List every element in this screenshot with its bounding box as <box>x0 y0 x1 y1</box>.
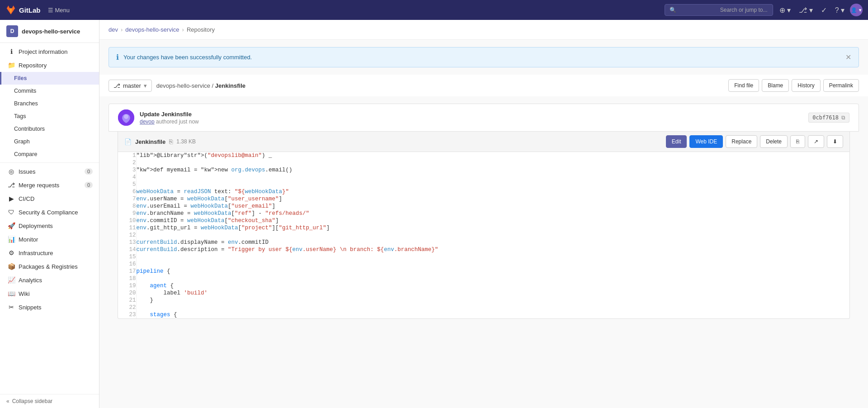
sidebar-item-files[interactable]: Files <box>0 72 99 85</box>
line-number[interactable]: 7 <box>118 195 136 203</box>
sidebar-item-monitor[interactable]: 📊 Monitor <box>0 232 99 246</box>
history-button[interactable]: History <box>792 79 820 92</box>
line-code: env.userEmail = webHookData["user_email"… <box>136 203 849 210</box>
sidebar-item-cicd[interactable]: ▶ CI/CD <box>0 192 99 205</box>
line-number[interactable]: 16 <box>118 261 136 268</box>
copy-file-button[interactable]: ⎘ <box>169 138 173 145</box>
table-row: 18 <box>118 275 849 282</box>
blame-button[interactable]: Blame <box>762 79 789 92</box>
commit-avatar <box>118 109 134 126</box>
line-number[interactable]: 13 <box>118 239 136 246</box>
line-number[interactable]: 5 <box>118 181 136 188</box>
create-button[interactable]: ⊕ ▾ <box>777 4 793 16</box>
sidebar-item-snippets[interactable]: ✂ Snippets <box>0 300 99 314</box>
alert-close-button[interactable]: ✕ <box>845 53 851 62</box>
copy-raw-button[interactable]: ⎘ <box>790 135 805 148</box>
sidebar-item-commits[interactable]: Commits <box>0 85 99 97</box>
line-number[interactable]: 9 <box>118 210 136 217</box>
sidebar-item-deployments[interactable]: 🚀 Deployments <box>0 219 99 232</box>
monitor-icon: 📊 <box>8 236 15 243</box>
snippets-icon: ✂ <box>8 304 15 311</box>
sidebar-item-repository[interactable]: 📁 Repository <box>0 58 99 72</box>
sidebar-section-main: ℹ Project information 📁 Repository Files… <box>0 43 99 316</box>
breadcrumb-project[interactable]: devops-hello-service <box>125 26 179 33</box>
todo-icon[interactable]: ✓ <box>818 4 830 16</box>
merge-request-icon[interactable]: ⎇ ▾ <box>796 4 815 16</box>
line-number[interactable]: 19 <box>118 282 136 289</box>
alert-icon: ℹ <box>116 53 119 62</box>
line-number[interactable]: 12 <box>118 232 136 239</box>
line-number[interactable]: 17 <box>118 268 136 275</box>
table-row: 22 <box>118 304 849 311</box>
table-row: 10env.commitID = webHookData["checkout_s… <box>118 217 849 224</box>
line-number[interactable]: 20 <box>118 289 136 297</box>
search-bar[interactable]: 🔍 Search or jump to... <box>665 4 773 16</box>
line-number[interactable]: 15 <box>118 253 136 261</box>
open-raw-button[interactable]: ↗ <box>808 135 824 148</box>
sidebar-item-security-compliance[interactable]: 🛡 Security & Compliance <box>0 205 99 219</box>
web-ide-button[interactable]: Web IDE <box>689 135 723 148</box>
table-row: 2 <box>118 159 849 166</box>
project-header[interactable]: D devops-hello-service <box>0 20 99 43</box>
menu-button[interactable]: ☰ Menu <box>44 5 74 15</box>
sidebar-item-packages-registries[interactable]: 📦 Packages & Registries <box>0 260 99 273</box>
line-number[interactable]: 6 <box>118 188 136 195</box>
sidebar-item-analytics[interactable]: 📈 Analytics <box>0 273 99 287</box>
table-row: 11env.git_http_url = webHookData["projec… <box>118 224 849 232</box>
table-row: 21 } <box>118 297 849 304</box>
edit-button[interactable]: Edit <box>666 135 687 148</box>
line-number[interactable]: 11 <box>118 224 136 232</box>
line-number[interactable]: 8 <box>118 203 136 210</box>
line-code: env.git_http_url = webHookData["project"… <box>136 224 849 232</box>
sidebar-divider-1 <box>0 162 99 163</box>
line-number[interactable]: 18 <box>118 275 136 282</box>
gitlab-logo[interactable]: GitLab <box>5 5 41 15</box>
collapse-icon: « <box>6 398 9 404</box>
commit-info: Update Jenkinsfile devop authored just n… <box>108 104 859 132</box>
replace-button[interactable]: Replace <box>726 135 757 148</box>
top-navigation: GitLab ☰ Menu 🔍 Search or jump to... ⊕ ▾… <box>0 0 868 20</box>
sidebar-item-compare[interactable]: Compare <box>0 148 99 161</box>
user-avatar[interactable]: 👤 ▾ <box>850 4 863 16</box>
sidebar-item-merge-requests[interactable]: ⎇ Merge requests 0 <box>0 178 99 192</box>
delete-button[interactable]: Delete <box>760 135 788 148</box>
breadcrumb-current: Repository <box>187 26 215 33</box>
line-number[interactable]: 23 <box>118 311 136 318</box>
code-table: 1"lib">@Library"str">("devopslib@main") … <box>118 152 849 318</box>
breadcrumb-dev[interactable]: dev <box>108 26 118 33</box>
issues-icon: ◎ <box>8 168 15 175</box>
table-row: 7env.userName = webHookData["user_userna… <box>118 195 849 203</box>
permalink-button[interactable]: Permalink <box>823 79 859 92</box>
find-file-button[interactable]: Find file <box>728 79 759 92</box>
line-number[interactable]: 21 <box>118 297 136 304</box>
sidebar-item-infrastructure[interactable]: ⚙ Infrastructure <box>0 246 99 260</box>
file-path-project: devops-hello-service <box>156 82 210 89</box>
code-viewer: 📄 Jenkinsfile ⎘ 1.38 KB Edit Web IDE Rep… <box>118 132 850 319</box>
sidebar-item-contributors[interactable]: Contributors <box>0 123 99 135</box>
commit-author-link[interactable]: devop <box>140 119 155 125</box>
merge-badge: 0 <box>85 182 93 188</box>
download-button[interactable]: ⬇ <box>827 135 843 148</box>
line-number[interactable]: 1 <box>118 152 136 159</box>
line-number[interactable]: 22 <box>118 304 136 311</box>
table-row: 13currentBuild.displayName = env.commitI… <box>118 239 849 246</box>
sidebar-item-wiki[interactable]: 📖 Wiki <box>0 287 99 300</box>
line-number[interactable]: 14 <box>118 246 136 253</box>
sidebar-item-branches[interactable]: Branches <box>0 97 99 110</box>
line-number[interactable]: 4 <box>118 174 136 181</box>
sidebar-item-graph[interactable]: Graph <box>0 135 99 148</box>
help-icon[interactable]: ? ▾ <box>832 4 847 16</box>
sidebar-item-project-information[interactable]: ℹ Project information <box>0 45 99 58</box>
sidebar-item-issues[interactable]: ◎ Issues 0 <box>0 165 99 178</box>
line-number[interactable]: 3 <box>118 166 136 174</box>
dropdown-arrow-icon: ▾ <box>144 82 147 89</box>
copy-hash-button[interactable]: ⧉ <box>841 114 845 121</box>
line-number[interactable]: 2 <box>118 159 136 166</box>
line-code <box>136 174 849 181</box>
branch-selector[interactable]: ⎇ master ▾ <box>108 80 152 92</box>
sidebar: D devops-hello-service ℹ Project informa… <box>0 20 99 408</box>
collapse-sidebar-button[interactable]: « Collapse sidebar <box>0 394 99 408</box>
alert-message: Your changes have been successfully comm… <box>123 54 252 61</box>
line-number[interactable]: 10 <box>118 217 136 224</box>
sidebar-item-tags[interactable]: Tags <box>0 110 99 123</box>
